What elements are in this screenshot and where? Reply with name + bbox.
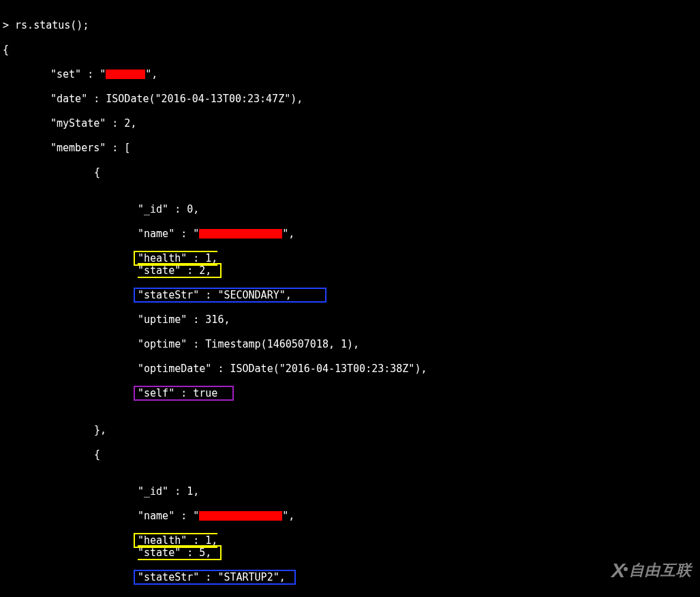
terminal-output: > rs.status(); { "set" : "", "date" : IS…	[0, 0, 700, 597]
mystate-field: "myState" : 2,	[3, 117, 697, 129]
m0-uptime: "uptime" : 316,	[3, 313, 697, 326]
redaction	[199, 229, 282, 239]
redaction	[106, 70, 145, 79]
highlight-blue: "stateStr" : "SECONDARY",	[134, 288, 326, 303]
highlight-purple: "self" : true	[134, 386, 234, 401]
member-open: {	[3, 166, 697, 179]
set-field: "set" : "",	[3, 68, 697, 80]
m1-statestr-box: "stateStr" : "STARTUP2",	[3, 571, 697, 583]
highlight-yellow: "health" : 1, "state" : 5,	[134, 533, 222, 560]
member-close: },	[3, 424, 697, 436]
m0-health-state-box: "health" : 1, "state" : 2,	[3, 252, 697, 277]
m1-id: "_id" : 1,	[3, 485, 697, 497]
m0-statestr-box: "stateStr" : "SECONDARY",	[3, 289, 697, 301]
m1-health-state-box: "health" : 1, "state" : 5,	[3, 534, 697, 559]
m0-optime: "optime" : Timestamp(1460507018, 1),	[3, 338, 697, 350]
highlight-yellow: "health" : 1, "state" : 2,	[134, 251, 222, 278]
members-open: "members" : [	[3, 142, 697, 154]
member-open: {	[3, 448, 697, 461]
date-field: "date" : ISODate("2016-04-13T00:23:47Z")…	[3, 93, 697, 105]
redaction	[199, 511, 282, 521]
m1-name: "name" : "",	[3, 510, 697, 522]
json-open: {	[3, 44, 697, 56]
highlight-blue: "stateStr" : "STARTUP2",	[134, 570, 296, 585]
command-line: > rs.status();	[3, 19, 697, 31]
m0-optimedate: "optimeDate" : ISODate("2016-04-13T00:23…	[3, 363, 697, 375]
m0-id: "_id" : 0,	[3, 203, 697, 215]
m0-name: "name" : "",	[3, 228, 697, 240]
m0-self-box: "self" : true	[3, 387, 697, 399]
